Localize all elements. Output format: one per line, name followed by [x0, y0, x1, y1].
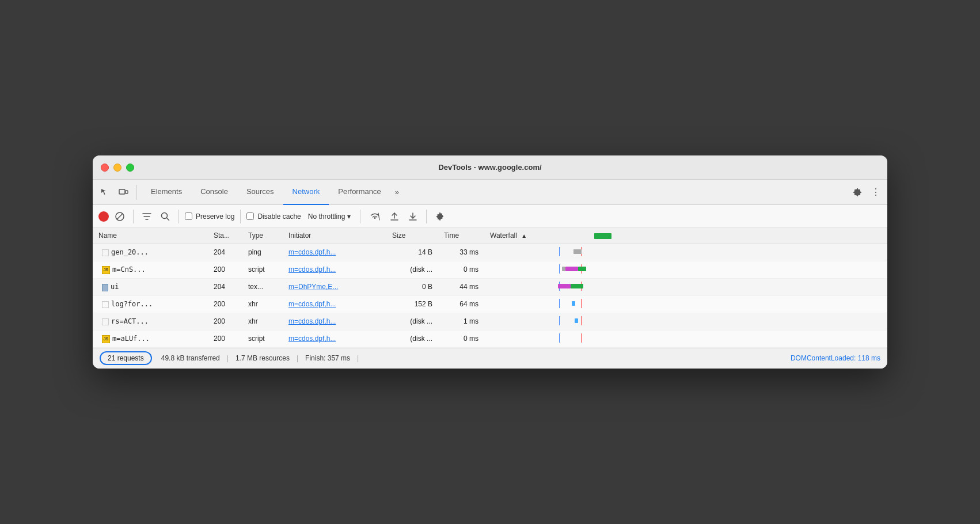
- cell-size: 0 B: [386, 278, 438, 295]
- cell-type: tex...: [242, 278, 283, 295]
- filter-icon[interactable]: [139, 210, 154, 223]
- col-initiator[interactable]: Initiator: [283, 228, 386, 244]
- cell-name: rs=ACT...: [93, 313, 208, 330]
- clear-icon[interactable]: [112, 210, 127, 223]
- transferred-size: 49.8 kB transferred: [161, 354, 220, 362]
- network-toolbar: Preserve log Disable cache No throttling…: [93, 205, 887, 228]
- tab-sources[interactable]: Sources: [237, 180, 283, 205]
- cell-time: 64 ms: [438, 295, 484, 313]
- cell-time: 0 ms: [438, 330, 484, 347]
- col-time[interactable]: Time: [438, 228, 484, 244]
- upload-icon[interactable]: [387, 210, 402, 223]
- device-toolbar-icon[interactable]: [116, 185, 131, 200]
- cell-waterfall: [484, 261, 887, 278]
- col-name[interactable]: Name: [93, 228, 208, 244]
- network-settings-icon[interactable]: [432, 210, 447, 223]
- cell-time: 44 ms: [438, 278, 484, 295]
- devtools-panel: Elements Console Sources Network Perform…: [93, 180, 887, 369]
- table-row[interactable]: rs=ACT... 200 xhr m=cdos,dpf,h... (disk …: [93, 313, 887, 330]
- col-size[interactable]: Size: [386, 228, 438, 244]
- svg-rect-0: [119, 189, 125, 194]
- cell-waterfall: [484, 313, 887, 330]
- table-row[interactable]: JSm=CnS... 200 script m=cdos,dpf,h... (d…: [93, 261, 887, 278]
- cell-type: ping: [242, 244, 283, 261]
- col-status[interactable]: Sta...: [208, 228, 242, 244]
- cell-initiator[interactable]: m=cdos,dpf,h...: [283, 330, 386, 347]
- cell-status: 204: [208, 244, 242, 261]
- col-type[interactable]: Type: [242, 228, 283, 244]
- tab-console[interactable]: Console: [191, 180, 237, 205]
- sort-arrow-icon: ▲: [521, 233, 527, 239]
- cell-name: JSm=aLUf...: [93, 330, 208, 347]
- cell-status: 200: [208, 295, 242, 313]
- network-table: Name Sta... Type Initiator Size: [93, 228, 887, 348]
- cell-size: (disk ...: [386, 261, 438, 278]
- preserve-log-checkbox[interactable]: [185, 212, 192, 220]
- tab-elements[interactable]: Elements: [142, 180, 191, 205]
- minimize-button[interactable]: [113, 164, 121, 172]
- cell-initiator[interactable]: m=cdos,dpf,h...: [283, 313, 386, 330]
- cell-status: 200: [208, 330, 242, 347]
- divider-3: [240, 210, 241, 223]
- cell-name: log?for...: [93, 295, 208, 313]
- table-row[interactable]: log?for... 200 xhr m=cdos,dpf,h... 152 B…: [93, 295, 887, 313]
- cell-size: 14 B: [386, 244, 438, 261]
- table-row[interactable]: JSm=aLUf... 200 script m=cdos,dpf,h... (…: [93, 330, 887, 347]
- svg-rect-1: [126, 191, 128, 193]
- tab-performance[interactable]: Performance: [329, 180, 390, 205]
- table-row[interactable]: ui 204 tex... m=DhPYme,E... 0 B 44 ms: [93, 278, 887, 295]
- network-table-area: Name Sta... Type Initiator Size: [93, 228, 887, 348]
- divider-5: [426, 210, 427, 223]
- cell-initiator[interactable]: m=cdos,dpf,h...: [283, 244, 386, 261]
- cell-waterfall: [484, 278, 887, 295]
- close-button[interactable]: [101, 164, 109, 172]
- cell-time: 0 ms: [438, 261, 484, 278]
- record-button[interactable]: [98, 211, 109, 222]
- resources-size: 1.7 MB resources: [235, 354, 290, 362]
- cell-initiator[interactable]: m=cdos,dpf,h...: [283, 295, 386, 313]
- download-icon[interactable]: [405, 210, 420, 223]
- maximize-button[interactable]: [126, 164, 134, 172]
- cell-initiator[interactable]: m=cdos,dpf,h...: [283, 261, 386, 278]
- settings-icon[interactable]: [850, 185, 864, 199]
- finish-time: Finish: 357 ms: [305, 354, 350, 362]
- preserve-log-label[interactable]: Preserve log: [185, 212, 234, 221]
- tab-more[interactable]: »: [390, 188, 404, 196]
- tab-network[interactable]: Network: [283, 180, 329, 205]
- devtools-window: DevTools - www.google.com/: [93, 155, 887, 369]
- status-bar: 21 requests 49.8 kB transferred | 1.7 MB…: [93, 348, 887, 369]
- cell-initiator[interactable]: m=DhPYme,E...: [283, 278, 386, 295]
- cell-name: ui: [93, 278, 208, 295]
- cell-waterfall: [484, 295, 887, 313]
- cell-status: 200: [208, 313, 242, 330]
- svg-line-5: [167, 218, 169, 220]
- cell-name: gen_20...: [93, 244, 208, 261]
- cell-status: 200: [208, 261, 242, 278]
- throttle-selector[interactable]: No throttling ▾: [305, 211, 355, 222]
- more-options-icon[interactable]: ⋮: [869, 184, 883, 200]
- svg-line-6: [378, 213, 379, 220]
- titlebar: DevTools - www.google.com/: [93, 155, 887, 180]
- cell-type: script: [242, 261, 283, 278]
- cell-waterfall: [484, 244, 887, 261]
- cell-name: JSm=CnS...: [93, 261, 208, 278]
- cell-status: 204: [208, 278, 242, 295]
- divider-2: [178, 210, 179, 223]
- table-header-row: Name Sta... Type Initiator Size: [93, 228, 887, 244]
- cell-type: xhr: [242, 295, 283, 313]
- col-waterfall[interactable]: Waterfall ▲: [484, 228, 887, 244]
- cell-waterfall: [484, 330, 887, 347]
- top-tabs-bar: Elements Console Sources Network Perform…: [93, 180, 887, 205]
- search-icon[interactable]: [158, 210, 173, 223]
- disable-cache-label[interactable]: Disable cache: [246, 212, 301, 221]
- inspect-icon[interactable]: [97, 185, 112, 200]
- disable-cache-checkbox[interactable]: [246, 212, 254, 220]
- cell-time: 1 ms: [438, 313, 484, 330]
- divider-1: [133, 210, 134, 223]
- table-row[interactable]: gen_20... 204 ping m=cdos,dpf,h... 14 B …: [93, 244, 887, 261]
- wifi-icon[interactable]: [366, 210, 383, 223]
- requests-count: 21 requests: [100, 351, 152, 365]
- cell-type: xhr: [242, 313, 283, 330]
- traffic-lights: [101, 164, 134, 172]
- svg-line-3: [117, 214, 123, 219]
